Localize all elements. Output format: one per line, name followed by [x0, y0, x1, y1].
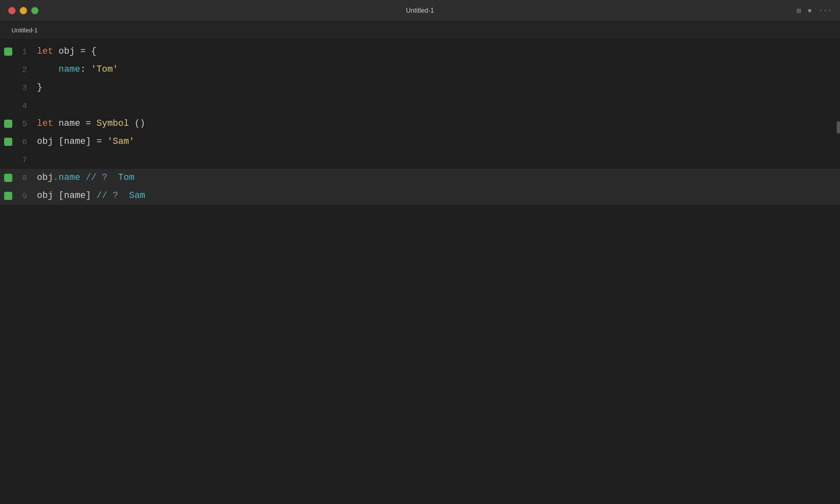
editor-container: 1 let obj = { 2 name : 'Tom' 3 — [0, 39, 840, 504]
titlebar: Untitled-1 ⊞ ● ··· — [0, 0, 840, 21]
code-content-9: obj [name] // ? Sam — [37, 187, 145, 205]
token-result-sam: Sam — [129, 187, 145, 205]
code-content-6: obj [name] = 'Sam' — [37, 133, 135, 151]
breakpoint-area-1 — [0, 48, 16, 56]
token-indent-2 — [37, 61, 59, 79]
breakpoint-5[interactable] — [4, 120, 12, 128]
code-line-1: 1 let obj = { — [0, 43, 840, 61]
token-space-6 — [102, 133, 107, 151]
token-name-var: name — [53, 115, 86, 133]
minimize-button[interactable] — [20, 7, 27, 14]
close-button[interactable] — [8, 7, 16, 14]
token-brace-open: { — [86, 43, 96, 61]
line-number-7: 7 — [16, 155, 37, 165]
code-line-6: 6 obj [name] = 'Sam' — [0, 133, 840, 151]
code-line-4: 4 — [0, 97, 840, 115]
tab-label: Untitled-1 — [11, 27, 38, 34]
token-spaces-9 — [118, 187, 129, 205]
titlebar-actions: ⊞ ● ··· — [797, 6, 832, 15]
token-space-8 — [80, 169, 86, 187]
window-title: Untitled-1 — [406, 7, 434, 14]
token-space-5 — [91, 115, 96, 133]
token-tom-str: 'Tom' — [91, 61, 118, 79]
token-let-5: let — [37, 115, 53, 133]
token-dot-name: .name — [53, 169, 80, 187]
code-content-3: } — [37, 79, 42, 97]
line-number-9: 9 — [16, 191, 37, 201]
code-line-9: 9 obj [name] // ? Sam — [0, 187, 840, 205]
maximize-button[interactable] — [31, 7, 39, 14]
token-obj-bracket-9: obj [name] — [37, 187, 96, 205]
token-spaces-8 — [107, 169, 118, 187]
breakpoint-area-8 — [0, 174, 16, 182]
line-number-2: 2 — [16, 65, 37, 75]
token-eq-1: = — [80, 43, 86, 61]
scrollbar[interactable] — [837, 121, 840, 134]
token-name-key: name — [59, 61, 80, 79]
line-number-4: 4 — [16, 101, 37, 111]
breakpoint-area-6 — [0, 138, 16, 146]
token-symbol-fn: Symbol — [96, 115, 129, 133]
breakpoint-area-9 — [0, 192, 16, 200]
token-brace-close: } — [37, 79, 42, 97]
tab-bar: Untitled-1 — [0, 21, 840, 39]
token-let-1: let — [37, 43, 53, 61]
breakpoint-6[interactable] — [4, 138, 12, 146]
code-content-2: name : 'Tom' — [37, 61, 118, 79]
token-obj-8: obj — [37, 169, 53, 187]
breakpoint-area-5 — [0, 120, 16, 128]
line-number-6: 6 — [16, 137, 37, 147]
token-comment-8: // ? — [86, 169, 107, 187]
token-eq-5: = — [86, 115, 91, 133]
code-line-5: 5 let name = Symbol () — [0, 115, 840, 133]
code-content-8: obj .name // ? Tom — [37, 169, 135, 187]
token-obj: obj — [53, 43, 80, 61]
split-editor-icon[interactable]: ⊞ — [797, 6, 801, 15]
line-number-1: 1 — [16, 47, 37, 57]
token-eq-6: = — [96, 133, 102, 151]
token-colon: : — [80, 61, 91, 79]
code-editor[interactable]: 1 let obj = { 2 name : 'Tom' 3 — [0, 39, 840, 504]
code-content-1: let obj = { — [37, 43, 96, 61]
token-result-tom: Tom — [118, 169, 135, 187]
line-number-3: 3 — [16, 83, 37, 93]
line-number-5: 5 — [16, 119, 37, 129]
code-line-3: 3 } — [0, 79, 840, 97]
breakpoint-8[interactable] — [4, 174, 12, 182]
circle-icon[interactable]: ● — [808, 7, 812, 15]
code-line-2: 2 name : 'Tom' — [0, 61, 840, 79]
traffic-lights — [8, 7, 39, 14]
tab-untitled1[interactable]: Untitled-1 — [7, 24, 43, 36]
breakpoint-1[interactable] — [4, 48, 12, 56]
more-options-icon[interactable]: ··· — [819, 7, 832, 15]
token-sam-str: 'Sam' — [107, 133, 135, 151]
breakpoint-9[interactable] — [4, 192, 12, 200]
line-number-8: 8 — [16, 173, 37, 183]
token-comment-9: // ? — [96, 187, 118, 205]
token-obj-bracket: obj [name] — [37, 133, 96, 151]
code-line-7: 7 — [0, 151, 840, 169]
code-content-5: let name = Symbol () — [37, 115, 145, 133]
token-parens: () — [129, 115, 145, 133]
code-line-8: 8 obj .name // ? Tom — [0, 169, 840, 187]
